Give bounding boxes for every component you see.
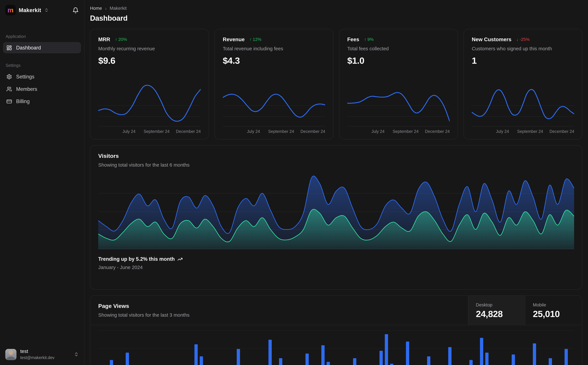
- stat-card-mrr: MRR ↑20% Monthly recurring revenue $9.6 …: [90, 29, 209, 140]
- stat-description: Total fees collected: [347, 46, 450, 51]
- nav-section-application: Application: [6, 34, 78, 39]
- stats-row: MRR ↑20% Monthly recurring revenue $9.6 …: [90, 29, 582, 140]
- chevron-up-down-icon[interactable]: [74, 352, 79, 357]
- sparkline-chart: July 24 September 24 December 24: [472, 83, 574, 135]
- x-tick: December 24: [425, 129, 450, 133]
- credit-card-icon: [7, 98, 12, 104]
- users-icon: [7, 86, 12, 92]
- user-name: test: [20, 349, 55, 354]
- stat-value: $4.3: [223, 56, 325, 66]
- stat-value: $1.0: [347, 56, 450, 66]
- user-email: test@makerkit.dev: [20, 355, 55, 360]
- notifications-bell-icon[interactable]: [72, 7, 79, 14]
- sidebar-item-settings[interactable]: Settings: [3, 71, 81, 82]
- app-screen: m Makerkit Application Dashboard Setting…: [0, 0, 588, 365]
- dashboard-grid-icon: [7, 45, 12, 50]
- trend-arrow-icon: ↑: [249, 37, 252, 42]
- main-content: Home › Makerkit Dashboard MRR ↑20% Month…: [84, 0, 588, 365]
- visitors-footer: Trending up by 5.2% this month January -…: [98, 256, 574, 270]
- x-tick: September 24: [144, 129, 170, 133]
- stat-title: Revenue: [223, 36, 245, 42]
- sparkline-x-axis: July 24 September 24 December 24: [98, 129, 201, 135]
- x-tick: September 24: [393, 129, 419, 133]
- sidebar-item-label: Members: [16, 86, 37, 92]
- toggle-mobile[interactable]: Mobile 25,010: [525, 296, 582, 325]
- page-title: Dashboard: [90, 14, 582, 22]
- stat-description: Monthly recurring revenue: [98, 46, 201, 51]
- page-views-card: Page Views Showing total visitors for th…: [90, 295, 582, 365]
- chevron-up-down-icon: [44, 8, 49, 12]
- trend-value: 9%: [367, 37, 374, 42]
- stat-description: Total revenue including fees: [223, 46, 325, 51]
- x-tick: December 24: [176, 129, 201, 133]
- stat-title: Fees: [347, 36, 359, 42]
- sidebar-item-label: Settings: [16, 74, 35, 79]
- visitors-area-chart: [98, 173, 574, 250]
- sidebar-item-dashboard[interactable]: Dashboard: [3, 42, 81, 53]
- stat-card-fees: Fees ↑9% Total fees collected $1.0 July …: [339, 29, 458, 140]
- x-tick: July 24: [247, 129, 260, 133]
- visitors-date-range: January - June 2024: [98, 264, 574, 270]
- sidebar-nav: Application Dashboard Settings Settings …: [0, 19, 84, 107]
- gear-icon: [7, 74, 12, 79]
- x-tick: July 24: [372, 129, 385, 133]
- stat-title: MRR: [98, 36, 110, 42]
- trend-value: 12%: [253, 37, 261, 42]
- stat-value: 1: [472, 56, 574, 66]
- breadcrumb-home-link[interactable]: Home: [90, 6, 102, 11]
- x-tick: December 24: [549, 129, 574, 133]
- stat-description: Customers who signed up this month: [472, 46, 574, 51]
- toggle-value: 24,828: [476, 309, 518, 319]
- page-views-header: Page Views Showing total visitors for th…: [90, 296, 582, 325]
- sparkline-x-axis: July 24 September 24 December 24: [347, 129, 450, 135]
- x-tick: July 24: [496, 129, 509, 133]
- x-tick: July 24: [122, 129, 135, 133]
- makerkit-logo: m: [5, 5, 16, 15]
- breadcrumb-current: Makerkit: [110, 6, 127, 11]
- stat-card-revenue: Revenue ↑12% Total revenue including fee…: [214, 29, 333, 140]
- trend-arrow-icon: ↑: [115, 37, 117, 42]
- avatar: [5, 349, 17, 360]
- trend-value: -25%: [519, 37, 530, 42]
- workspace-name: Makerkit: [19, 7, 41, 13]
- x-tick: September 24: [517, 129, 543, 133]
- sparkline-chart: July 24 September 24 December 24: [347, 83, 450, 135]
- page-views-subtitle: Showing total visitors for the last 3 mo…: [98, 312, 460, 318]
- x-tick: December 24: [301, 129, 325, 133]
- trend-arrow-icon: ↑: [364, 37, 366, 42]
- visitors-subtitle: Showing total visitors for the last 6 mo…: [98, 162, 574, 168]
- visitors-card: Visitors Showing total visitors for the …: [90, 145, 582, 289]
- trend-arrow-icon: ↓: [516, 37, 519, 42]
- visitors-trend-text: Trending up by 5.2% this month: [98, 256, 175, 262]
- nav-section-settings: Settings: [6, 63, 78, 68]
- stat-title: New Customers: [472, 36, 512, 42]
- sparkline-chart: July 24 September 24 December 24: [223, 83, 325, 135]
- sidebar-item-billing[interactable]: Billing: [3, 96, 81, 107]
- toggle-label: Mobile: [533, 302, 574, 307]
- breadcrumb: Home › Makerkit: [90, 6, 582, 11]
- trend-value: 20%: [118, 37, 127, 42]
- sparkline-chart: July 24 September 24 December 24: [98, 83, 201, 135]
- stat-value: $9.6: [98, 56, 201, 66]
- sidebar-item-label: Billing: [16, 98, 30, 104]
- sparkline-x-axis: July 24 September 24 December 24: [472, 129, 574, 135]
- page-views-title: Page Views: [98, 303, 460, 309]
- toggle-label: Desktop: [476, 302, 518, 307]
- x-tick: September 24: [268, 129, 294, 133]
- sidebar-item-label: Dashboard: [16, 45, 41, 50]
- visitors-title: Visitors: [98, 153, 574, 159]
- toggle-desktop[interactable]: Desktop 24,828: [468, 296, 525, 325]
- page-views-bar-chart: [90, 325, 582, 365]
- user-menu[interactable]: test test@makerkit.dev: [0, 344, 84, 365]
- workspace-selector[interactable]: m Makerkit: [0, 0, 84, 19]
- trending-up-icon: [177, 256, 183, 262]
- stat-card-new-customers: New Customers ↓-25% Customers who signed…: [463, 29, 582, 140]
- sidebar-item-members[interactable]: Members: [3, 83, 81, 94]
- toggle-value: 25,010: [533, 309, 574, 319]
- sparkline-x-axis: July 24 September 24 December 24: [223, 129, 325, 135]
- chevron-right-icon: ›: [105, 6, 107, 11]
- sidebar: m Makerkit Application Dashboard Setting…: [0, 0, 84, 365]
